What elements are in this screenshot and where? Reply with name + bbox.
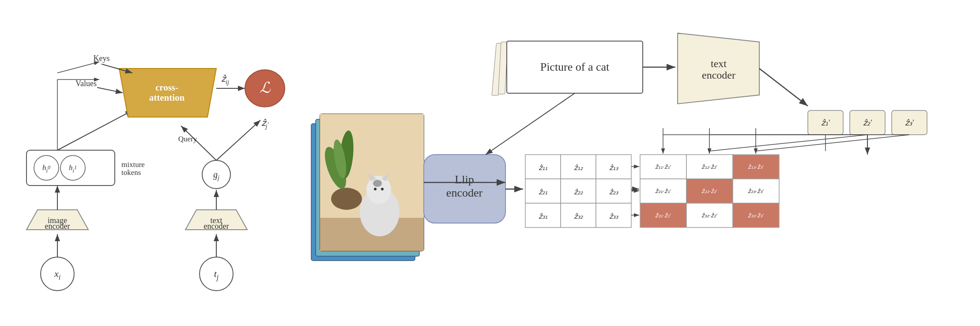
text-encoder-right-label2: encoder bbox=[702, 69, 735, 81]
prod-label-12: ẑ₁₂·ẑ₂' bbox=[701, 163, 717, 170]
mixture-tokens-label: mixture bbox=[121, 160, 145, 169]
image-encoder-label-line2: encoder bbox=[45, 222, 70, 231]
text-encoder-left-label2: encoder bbox=[204, 222, 229, 231]
grid-label-32: ẑ₃₂ bbox=[574, 212, 583, 220]
prod-label-22: ẑ₂₂·ẑ₂' bbox=[701, 188, 717, 194]
zij-label: ẑij bbox=[221, 74, 229, 86]
z2-prime-label: ẑ₂' bbox=[863, 118, 872, 127]
text-input-label: Picture of a cat bbox=[540, 61, 610, 73]
prod-label-32: ẑ₃₂·ẑ₂' bbox=[701, 212, 717, 219]
loss-label: ℒ bbox=[260, 80, 271, 96]
prod-label-31: ẑ₃₁·ẑ₁' bbox=[655, 212, 671, 219]
keys-label: Keys bbox=[94, 54, 110, 63]
cat-patch bbox=[373, 180, 382, 187]
values-label: Values bbox=[75, 79, 97, 88]
grid-label-21: ẑ₂₁ bbox=[539, 188, 547, 196]
z1-prime-label: ẑ₁' bbox=[821, 118, 830, 127]
grid-label-33: ẑ₃₃ bbox=[609, 212, 618, 220]
prod-label-21: ẑ₂₁·ẑ₁' bbox=[655, 188, 671, 194]
grid-label-22: ẑ₂₂ bbox=[574, 188, 583, 196]
grid-label-12: ẑ₁₂ bbox=[574, 164, 583, 171]
grid-label-11: ẑ₁₁ bbox=[539, 164, 547, 171]
arrow-z2-down bbox=[709, 135, 867, 151]
llip-encoder-label2: encoder bbox=[446, 186, 483, 199]
arrow-textenc-ztokens bbox=[759, 68, 808, 106]
prod-label-13: ẑ₁₃·ẑ₃' bbox=[748, 163, 763, 170]
prod-label-11: ẑ₁₁·ẑ₁' bbox=[655, 163, 671, 170]
prod-label-33: ẑ₃₃·ẑ₃' bbox=[748, 212, 763, 219]
arrow-text-llip bbox=[486, 93, 575, 155]
arrow-z3-down bbox=[756, 135, 909, 151]
prod-label-23: ẑ₂₃·ẑ₃' bbox=[748, 188, 763, 194]
arrow-h-keys bbox=[57, 62, 99, 73]
diagram-container: xi image encoder hi0 hi1 mixture tokens … bbox=[0, 0, 980, 326]
cat-eye-right bbox=[381, 188, 384, 190]
grid-label-13: ẑ₁₃ bbox=[609, 164, 618, 171]
grid-label-31: ẑ₃₁ bbox=[539, 212, 547, 220]
llip-encoder-label1: Llip bbox=[455, 173, 474, 186]
text-encoder-right-label1: text bbox=[711, 58, 727, 69]
grid-label-23: ẑ₂₃ bbox=[609, 188, 618, 196]
cross-attention-label2: attention bbox=[149, 92, 185, 103]
cross-attention-label1: cross- bbox=[155, 82, 178, 93]
arrow-values bbox=[97, 87, 123, 93]
arrow-gj-loss bbox=[216, 120, 260, 160]
plant-pot bbox=[331, 188, 362, 210]
zj-prime-label: ẑj' bbox=[261, 118, 269, 130]
arrow-h-cross bbox=[57, 110, 132, 150]
z3-prime-label: ẑ₃' bbox=[905, 118, 914, 127]
cat-eye-left bbox=[374, 188, 377, 190]
arrow-gj-query bbox=[181, 126, 216, 160]
query-label: Query bbox=[178, 135, 197, 143]
mixture-tokens-label2: tokens bbox=[121, 168, 141, 177]
